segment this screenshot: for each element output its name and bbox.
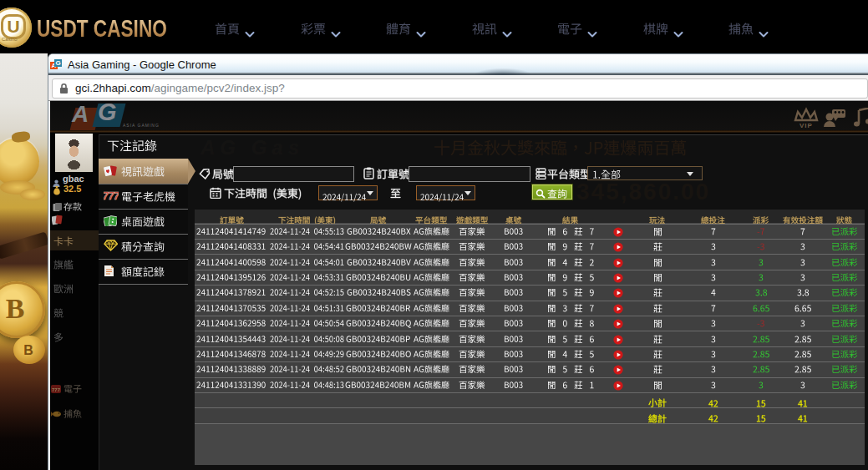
svg-text:777: 777 — [104, 190, 119, 201]
svg-text:777: 777 — [52, 387, 61, 392]
